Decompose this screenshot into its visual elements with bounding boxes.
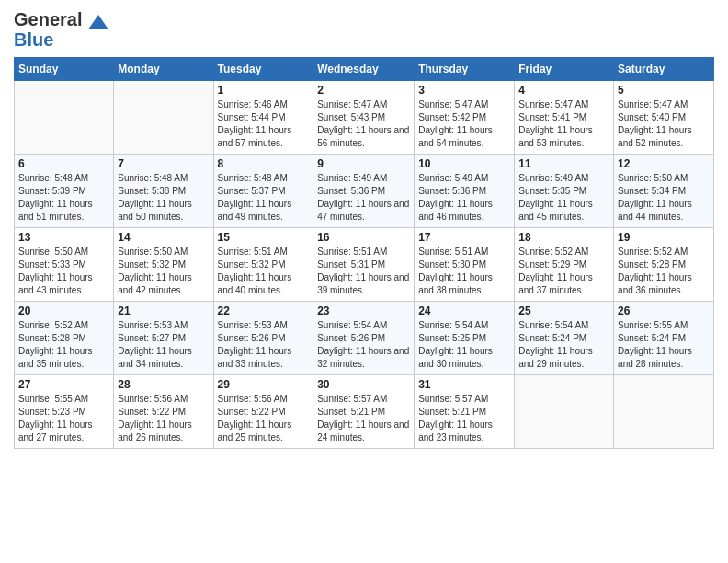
day-cell: 26Sunrise: 5:55 AMSunset: 5:24 PMDayligh… — [614, 302, 714, 375]
day-info: Sunrise: 5:55 AMSunset: 5:23 PMDaylight:… — [18, 393, 109, 444]
day-number: 5 — [618, 84, 710, 97]
day-info: Sunrise: 5:51 AMSunset: 5:32 PMDaylight:… — [218, 246, 310, 297]
day-info: Sunrise: 5:47 AMSunset: 5:40 PMDaylight:… — [618, 98, 710, 150]
day-cell — [15, 81, 114, 155]
day-number: 25 — [518, 304, 609, 317]
day-cell: 5Sunrise: 5:47 AMSunset: 5:40 PMDaylight… — [614, 81, 714, 155]
day-cell: 3Sunrise: 5:47 AMSunset: 5:42 PMDaylight… — [415, 81, 515, 155]
day-info: Sunrise: 5:48 AMSunset: 5:37 PMDaylight:… — [218, 172, 310, 224]
week-row-5: 27Sunrise: 5:55 AMSunset: 5:23 PMDayligh… — [15, 375, 714, 449]
day-cell: 1Sunrise: 5:46 AMSunset: 5:44 PMDaylight… — [213, 81, 313, 155]
day-cell — [114, 81, 213, 155]
day-info: Sunrise: 5:52 AMSunset: 5:29 PMDaylight:… — [518, 246, 609, 297]
day-number: 26 — [618, 304, 710, 317]
calendar-table: SundayMondayTuesdayWednesdayThursdayFrid… — [14, 57, 714, 449]
day-info: Sunrise: 5:52 AMSunset: 5:28 PMDaylight:… — [618, 246, 710, 297]
day-cell: 24Sunrise: 5:54 AMSunset: 5:25 PMDayligh… — [415, 302, 515, 375]
header: General Blue — [14, 9, 714, 50]
day-cell: 30Sunrise: 5:57 AMSunset: 5:21 PMDayligh… — [313, 375, 415, 449]
day-number: 24 — [418, 304, 510, 317]
day-number: 4 — [518, 84, 609, 97]
day-cell: 18Sunrise: 5:52 AMSunset: 5:29 PMDayligh… — [515, 228, 614, 302]
day-number: 28 — [118, 378, 209, 391]
day-cell: 14Sunrise: 5:50 AMSunset: 5:32 PMDayligh… — [114, 228, 213, 302]
day-cell: 8Sunrise: 5:48 AMSunset: 5:37 PMDaylight… — [213, 155, 313, 228]
day-info: Sunrise: 5:47 AMSunset: 5:43 PMDaylight:… — [317, 98, 410, 150]
day-cell: 22Sunrise: 5:53 AMSunset: 5:26 PMDayligh… — [213, 302, 313, 375]
day-number: 18 — [518, 231, 609, 244]
day-info: Sunrise: 5:50 AMSunset: 5:32 PMDaylight:… — [118, 246, 209, 297]
day-number: 22 — [218, 304, 310, 317]
day-cell: 16Sunrise: 5:51 AMSunset: 5:31 PMDayligh… — [313, 228, 415, 302]
day-cell: 23Sunrise: 5:54 AMSunset: 5:26 PMDayligh… — [313, 302, 415, 375]
day-cell: 29Sunrise: 5:56 AMSunset: 5:22 PMDayligh… — [213, 375, 313, 449]
day-number: 1 — [218, 84, 310, 97]
column-header-sunday: Sunday — [15, 58, 114, 81]
column-header-thursday: Thursday — [415, 58, 515, 81]
day-info: Sunrise: 5:53 AMSunset: 5:27 PMDaylight:… — [118, 319, 209, 371]
page-container: General Blue SundayMondayTuesdayWednesda… — [0, 0, 728, 458]
day-info: Sunrise: 5:57 AMSunset: 5:21 PMDaylight:… — [317, 393, 410, 444]
day-cell: 9Sunrise: 5:49 AMSunset: 5:36 PMDaylight… — [313, 155, 415, 228]
calendar-header: SundayMondayTuesdayWednesdayThursdayFrid… — [15, 58, 714, 81]
day-cell: 27Sunrise: 5:55 AMSunset: 5:23 PMDayligh… — [15, 375, 114, 449]
day-info: Sunrise: 5:51 AMSunset: 5:30 PMDaylight:… — [418, 246, 510, 297]
day-cell: 15Sunrise: 5:51 AMSunset: 5:32 PMDayligh… — [213, 228, 313, 302]
day-info: Sunrise: 5:51 AMSunset: 5:31 PMDaylight:… — [317, 246, 410, 297]
day-info: Sunrise: 5:49 AMSunset: 5:36 PMDaylight:… — [418, 172, 510, 224]
day-number: 6 — [18, 157, 109, 170]
day-cell: 19Sunrise: 5:52 AMSunset: 5:28 PMDayligh… — [614, 228, 714, 302]
day-info: Sunrise: 5:47 AMSunset: 5:41 PMDaylight:… — [518, 98, 609, 150]
day-info: Sunrise: 5:54 AMSunset: 5:24 PMDaylight:… — [518, 319, 609, 371]
day-info: Sunrise: 5:49 AMSunset: 5:35 PMDaylight:… — [518, 172, 609, 224]
day-info: Sunrise: 5:53 AMSunset: 5:26 PMDaylight:… — [218, 319, 310, 371]
day-number: 29 — [218, 378, 310, 391]
week-row-1: 1Sunrise: 5:46 AMSunset: 5:44 PMDaylight… — [15, 81, 714, 155]
day-number: 20 — [18, 304, 109, 317]
day-info: Sunrise: 5:50 AMSunset: 5:33 PMDaylight:… — [18, 246, 109, 297]
day-cell — [515, 375, 614, 449]
day-number: 9 — [317, 157, 410, 170]
svg-marker-0 — [88, 15, 108, 29]
day-number: 14 — [118, 231, 209, 244]
day-info: Sunrise: 5:54 AMSunset: 5:26 PMDaylight:… — [317, 319, 410, 371]
day-cell: 13Sunrise: 5:50 AMSunset: 5:33 PMDayligh… — [15, 228, 114, 302]
day-cell: 25Sunrise: 5:54 AMSunset: 5:24 PMDayligh… — [515, 302, 614, 375]
day-number: 23 — [317, 304, 410, 317]
day-number: 12 — [618, 157, 710, 170]
day-info: Sunrise: 5:46 AMSunset: 5:44 PMDaylight:… — [218, 98, 310, 150]
day-number: 16 — [317, 231, 410, 244]
day-number: 11 — [518, 157, 609, 170]
day-info: Sunrise: 5:49 AMSunset: 5:36 PMDaylight:… — [317, 172, 410, 224]
day-number: 15 — [218, 231, 310, 244]
column-header-wednesday: Wednesday — [313, 58, 415, 81]
week-row-4: 20Sunrise: 5:52 AMSunset: 5:28 PMDayligh… — [15, 302, 714, 375]
day-info: Sunrise: 5:48 AMSunset: 5:39 PMDaylight:… — [18, 172, 109, 224]
day-cell: 31Sunrise: 5:57 AMSunset: 5:21 PMDayligh… — [415, 375, 515, 449]
day-info: Sunrise: 5:57 AMSunset: 5:21 PMDaylight:… — [418, 393, 510, 444]
calendar-body: 1Sunrise: 5:46 AMSunset: 5:44 PMDaylight… — [15, 81, 714, 449]
day-cell: 12Sunrise: 5:50 AMSunset: 5:34 PMDayligh… — [614, 155, 714, 228]
day-number: 7 — [118, 157, 209, 170]
day-info: Sunrise: 5:55 AMSunset: 5:24 PMDaylight:… — [618, 319, 710, 371]
day-number: 27 — [18, 378, 109, 391]
day-cell: 7Sunrise: 5:48 AMSunset: 5:38 PMDaylight… — [114, 155, 213, 228]
day-cell — [614, 375, 714, 449]
day-cell: 20Sunrise: 5:52 AMSunset: 5:28 PMDayligh… — [15, 302, 114, 375]
day-number: 19 — [618, 231, 710, 244]
day-cell: 21Sunrise: 5:53 AMSunset: 5:27 PMDayligh… — [114, 302, 213, 375]
week-row-3: 13Sunrise: 5:50 AMSunset: 5:33 PMDayligh… — [15, 228, 714, 302]
day-info: Sunrise: 5:56 AMSunset: 5:22 PMDaylight:… — [218, 393, 310, 444]
week-row-2: 6Sunrise: 5:48 AMSunset: 5:39 PMDaylight… — [15, 155, 714, 228]
day-number: 30 — [317, 378, 410, 391]
day-number: 31 — [418, 378, 510, 391]
logo-icon — [88, 15, 108, 29]
day-number: 13 — [18, 231, 109, 244]
day-info: Sunrise: 5:54 AMSunset: 5:25 PMDaylight:… — [418, 319, 510, 371]
logo: General Blue — [14, 9, 110, 50]
logo-text: General Blue — [14, 9, 110, 50]
column-header-tuesday: Tuesday — [213, 58, 313, 81]
day-cell: 10Sunrise: 5:49 AMSunset: 5:36 PMDayligh… — [415, 155, 515, 228]
day-cell: 11Sunrise: 5:49 AMSunset: 5:35 PMDayligh… — [515, 155, 614, 228]
day-number: 10 — [418, 157, 510, 170]
